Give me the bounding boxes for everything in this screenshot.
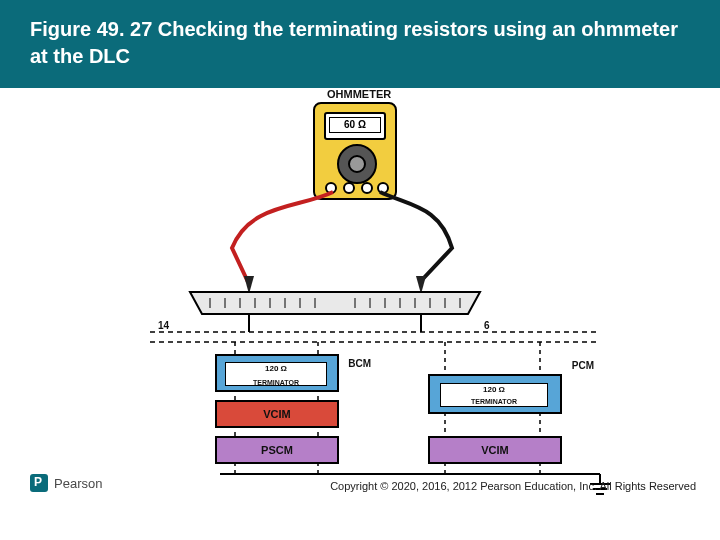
module-pcm: PCM 120 Ω TERMINATOR: [428, 374, 562, 414]
module-pscm: PSCM: [215, 436, 339, 464]
title-bar: Figure 49. 27 Checking the terminating r…: [0, 0, 720, 88]
diagram-stage: OHMMETER 60 Ω: [0, 88, 720, 508]
svg-marker-2: [190, 292, 480, 314]
footer: Pearson Copyright © 2020, 2016, 2012 Pea…: [0, 474, 720, 508]
dlc-pin-left: 14: [158, 320, 169, 331]
bcm-terminator: 120 Ω TERMINATOR: [225, 362, 327, 386]
copyright-text: Copyright © 2020, 2016, 2012 Pearson Edu…: [330, 480, 696, 492]
pearson-brand: Pearson: [54, 476, 102, 491]
pcm-label: PCM: [572, 360, 594, 371]
bcm-label: BCM: [348, 358, 371, 369]
bcm-term-label: TERMINATOR: [226, 378, 326, 388]
module-vcim-right: VCIM: [428, 436, 562, 464]
pcm-terminator: 120 Ω TERMINATOR: [440, 383, 548, 407]
pearson-badge-icon: [30, 474, 48, 492]
pearson-logo: Pearson: [30, 474, 102, 492]
pcm-term-label: TERMINATOR: [441, 398, 547, 405]
module-vcim-left: VCIM: [215, 400, 339, 428]
pscm-label: PSCM: [261, 444, 293, 456]
dlc-pin-right: 6: [484, 320, 490, 331]
vcim-left-label: VCIM: [263, 408, 291, 420]
vcim-right-label: VCIM: [481, 444, 509, 456]
pcm-term-value: 120 Ω: [441, 385, 547, 394]
module-bcm: BCM 120 Ω TERMINATOR: [215, 354, 339, 392]
wiring-svg: [0, 88, 720, 508]
bcm-term-value: 120 Ω: [226, 364, 326, 374]
figure-title: Figure 49. 27 Checking the terminating r…: [30, 16, 696, 70]
